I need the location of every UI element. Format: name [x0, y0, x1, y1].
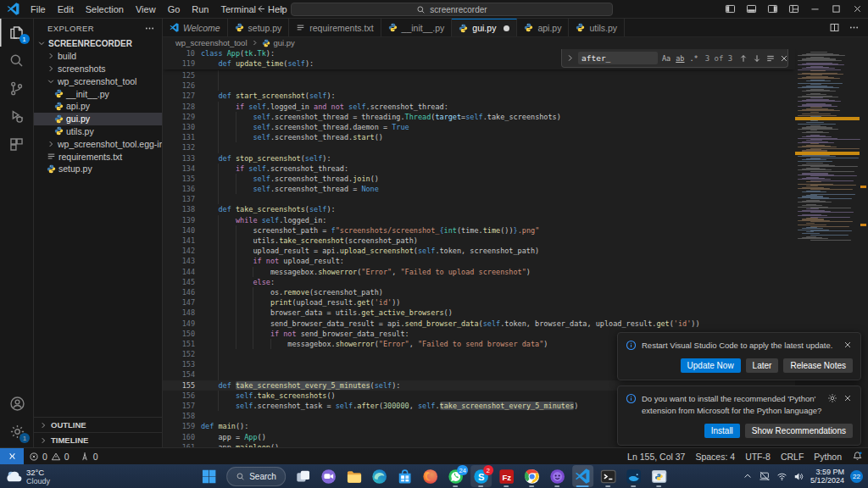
taskbar-vscode[interactable]	[572, 465, 593, 487]
taskbar-app-blue[interactable]	[623, 465, 644, 487]
tree-item-wp-screenshot-tool[interactable]: wp_screenshot_tool	[34, 75, 162, 87]
close-icon[interactable]	[843, 340, 853, 350]
command-center[interactable]: screenrecorder	[291, 3, 613, 16]
account-icon[interactable]	[0, 390, 34, 418]
layout-panel-bottom-icon[interactable]	[741, 0, 762, 18]
taskbar-search[interactable]: Search	[226, 467, 286, 486]
layout-panel-left-icon[interactable]	[720, 0, 741, 18]
code-line[interactable]: 143 if not upload_result:	[163, 256, 795, 266]
breadcrumb-file[interactable]: gui.py	[274, 38, 295, 47]
code-line[interactable]: 145 else:	[163, 277, 795, 287]
menu-go[interactable]: Go	[162, 4, 186, 14]
code-line[interactable]: 126	[163, 80, 795, 91]
find-close-icon[interactable]	[779, 53, 789, 64]
tree-item-api-py[interactable]: api.py	[34, 100, 162, 113]
status-python[interactable]: Python	[809, 448, 847, 464]
find-expand-chevron-icon[interactable]	[565, 53, 575, 63]
tree-root[interactable]: SCREENRECORDER	[34, 37, 162, 50]
customize-layout-icon[interactable]	[783, 0, 804, 18]
tree-item--init-py[interactable]: __init__.py	[34, 87, 162, 100]
taskbar-whatsapp[interactable]: 24	[445, 465, 466, 487]
code-line[interactable]: 139 while self.logged_in:	[163, 215, 795, 225]
tree-item-gui-py[interactable]: gui.py	[34, 113, 162, 125]
code-line[interactable]: 129 self.screenshot_thread = threading.T…	[163, 112, 795, 122]
tree-item-wp-screenshot-tool-egg-info[interactable]: wp_screenshot_tool.egg-info	[34, 137, 162, 150]
code-line[interactable]: 125	[163, 70, 795, 80]
activity-extensions[interactable]	[0, 130, 34, 158]
close-button[interactable]	[847, 0, 868, 18]
taskbar-python-app[interactable]	[648, 465, 670, 487]
close-icon[interactable]	[843, 393, 853, 403]
status-spaces-[interactable]: Spaces: 4	[690, 448, 740, 464]
code-line[interactable]: 144 messagebox.showerror("Error", "Faile…	[163, 267, 795, 277]
later-button[interactable]: Later	[746, 358, 779, 373]
code-line[interactable]: 134 if self.screenshot_thread:	[163, 164, 795, 174]
taskbar-skype[interactable]: S2	[470, 465, 492, 487]
code-line[interactable]: 147 print(upload_result.get('id'))	[163, 297, 795, 308]
tab-setup-py[interactable]: setup.py	[228, 19, 290, 36]
problems-indicator[interactable]: 0 0	[24, 448, 75, 464]
split-editor-icon[interactable]	[829, 22, 840, 33]
start-button[interactable]	[198, 465, 220, 487]
activity-explorer[interactable]: 1	[0, 19, 34, 47]
settings-gear-icon[interactable]: 1	[0, 418, 34, 446]
code-line[interactable]: 146 os.remove(screenshot_path)	[163, 287, 795, 297]
volume-icon[interactable]	[793, 471, 804, 482]
layout-panel-right-icon[interactable]	[762, 0, 783, 18]
tree-item-build[interactable]: build	[34, 50, 162, 63]
back-arrow-icon[interactable]	[255, 3, 266, 14]
tray-device-icon[interactable]	[759, 470, 771, 482]
code-line[interactable]: 138 def take_screenshots(self):	[163, 204, 795, 214]
match-case-icon[interactable]: Aa	[661, 54, 671, 63]
maximize-button[interactable]	[826, 0, 847, 18]
code-line[interactable]: 149 send_browser_data_result = api.send_…	[163, 319, 795, 329]
code-line[interactable]: 136 self.screenshot_thread = None	[163, 184, 795, 194]
gear-icon[interactable]	[827, 393, 837, 403]
regex-icon[interactable]: .*	[689, 54, 699, 63]
find-input[interactable]: after_	[578, 52, 658, 64]
find-in-selection-icon[interactable]	[765, 53, 776, 64]
tree-item-utils-py[interactable]: utils.py	[34, 125, 162, 138]
taskbar-task-view[interactable]	[292, 465, 314, 487]
release-notes-button[interactable]: Release Notes	[783, 358, 853, 373]
find-prev-icon[interactable]	[738, 53, 748, 64]
code-line[interactable]: 131 self.screenshot_thread.start()	[163, 132, 795, 142]
code-line[interactable]: 137	[163, 194, 795, 204]
minimize-button[interactable]	[804, 0, 826, 18]
menu-edit[interactable]: Edit	[52, 4, 80, 14]
taskbar-chat[interactable]	[318, 465, 339, 487]
tab-utils-py[interactable]: utils.py	[569, 19, 625, 36]
wifi-icon[interactable]	[776, 471, 787, 482]
status-utf-8[interactable]: UTF-8	[740, 448, 776, 464]
more-actions-icon[interactable]	[144, 23, 155, 34]
code-line[interactable]: 128 if self.logged_in and not self.scree…	[163, 102, 795, 112]
activity-source-control[interactable]	[0, 75, 34, 103]
ellipsis-icon[interactable]	[849, 22, 860, 33]
panel-outline[interactable]: OUTLINE	[34, 417, 162, 432]
tab--init-py[interactable]: __init__.py	[381, 19, 453, 36]
taskbar-filezilla[interactable]: Fz	[496, 465, 517, 487]
whole-word-icon[interactable]: ab	[675, 54, 685, 63]
ports-indicator[interactable]: 0	[75, 448, 103, 464]
code-line[interactable]: 127 def start_screenshot(self):	[163, 91, 795, 101]
tree-item-requirements-txt[interactable]: requirements.txt	[34, 150, 162, 163]
taskbar-app-purple[interactable]	[547, 465, 568, 487]
update-now-button[interactable]: Update Now	[681, 358, 741, 373]
forward-arrow-icon[interactable]	[276, 3, 287, 14]
breadcrumb-folder[interactable]: wp_screenshot_tool	[175, 38, 248, 47]
show-recommendations-button[interactable]: Show Recommendations	[745, 424, 853, 438]
tab-gui-py[interactable]: gui.py	[452, 19, 517, 36]
taskbar-terminal[interactable]	[598, 465, 619, 487]
code-line[interactable]: 142 upload_result = api.upload_screensho…	[163, 246, 795, 256]
remote-indicator[interactable]	[0, 448, 24, 464]
code-line[interactable]: 130 self.screenshot_thread.daemon = True	[163, 122, 795, 132]
install-button[interactable]: Install	[704, 424, 740, 438]
code-line[interactable]: 141 utils.take_screenshot(screenshot_pat…	[163, 236, 795, 246]
taskbar-chrome[interactable]	[521, 465, 542, 487]
find-next-icon[interactable]	[752, 53, 762, 64]
tray-chevron-up-icon[interactable]	[743, 471, 753, 481]
code-line[interactable]: 135 self.screenshot_thread.join()	[163, 174, 795, 184]
code-line[interactable]: 132	[163, 142, 795, 152]
taskbar-edge[interactable]	[369, 465, 390, 487]
tab-welcome[interactable]: Welcome	[163, 19, 228, 36]
